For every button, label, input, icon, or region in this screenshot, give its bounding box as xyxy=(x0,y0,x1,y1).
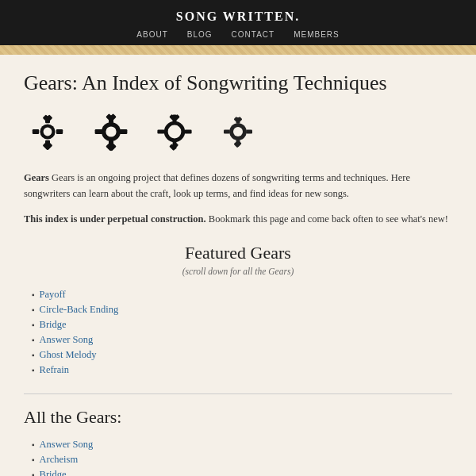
main-content: Gears: An Index of Songwriting Technique… xyxy=(0,55,476,476)
svg-rect-5 xyxy=(56,129,63,134)
svg-rect-14 xyxy=(95,129,103,134)
list-item: Bridge xyxy=(32,467,452,476)
list-item: Payoff xyxy=(32,287,452,302)
gears-bold: Gears xyxy=(24,172,49,183)
gear-image-3 xyxy=(151,108,198,155)
svg-rect-24 xyxy=(157,130,164,134)
svg-rect-15 xyxy=(120,129,128,134)
nav-contact[interactable]: CONTACT xyxy=(232,30,275,39)
list-item: Answer Song xyxy=(32,332,452,347)
site-header: SONG WRITTEN. ABOUT BLOG CONTACT MEMBERS xyxy=(0,0,476,45)
list-item: Archeism xyxy=(32,452,452,467)
gear-image-1 xyxy=(24,108,71,155)
gear-image-2 xyxy=(87,108,135,155)
list-item: Refrain xyxy=(32,363,452,378)
svg-point-11 xyxy=(106,127,116,137)
site-title: SONG WRITTEN. xyxy=(0,10,476,24)
svg-rect-25 xyxy=(185,130,192,134)
featured-title: Featured Gears xyxy=(24,243,452,263)
featured-section: Featured Gears (scroll down for all the … xyxy=(24,243,452,276)
all-gears-list: Answer Song Archeism Bridge Chorus Circl… xyxy=(24,437,452,476)
featured-list: Payoff Circle-Back Ending Bridge Answer … xyxy=(24,287,452,378)
list-item: Ghost Melody xyxy=(32,347,452,363)
all-link-bridge[interactable]: Bridge xyxy=(40,469,67,476)
description-text: Gears Gears is an ongoing project that d… xyxy=(24,170,452,202)
notice-bold: This index is under perpetual constructi… xyxy=(24,213,206,225)
notice-text: This index is under perpetual constructi… xyxy=(24,211,452,227)
svg-point-1 xyxy=(44,128,52,136)
site-nav: ABOUT BLOG CONTACT MEMBERS xyxy=(0,30,476,39)
gear-image-4 xyxy=(214,108,262,155)
nav-blog[interactable]: BLOG xyxy=(187,30,213,39)
section-divider xyxy=(24,393,452,394)
featured-link-refrain[interactable]: Refrain xyxy=(40,364,69,376)
nav-about[interactable]: ABOUT xyxy=(136,30,167,39)
featured-link-circle-back[interactable]: Circle-Back Ending xyxy=(40,304,119,316)
svg-rect-4 xyxy=(33,129,39,134)
list-item: Circle-Back Ending xyxy=(32,302,452,317)
featured-link-answer-song[interactable]: Answer Song xyxy=(40,334,94,346)
svg-rect-34 xyxy=(224,130,230,134)
list-item: Answer Song xyxy=(32,437,452,452)
gears-image-row xyxy=(24,108,452,155)
svg-rect-35 xyxy=(246,130,252,134)
featured-link-bridge[interactable]: Bridge xyxy=(40,319,67,331)
svg-point-31 xyxy=(233,127,243,136)
nav-members[interactable]: MEMBERS xyxy=(294,30,340,39)
list-item: Bridge xyxy=(32,317,452,332)
all-link-archeism[interactable]: Archeism xyxy=(40,454,79,466)
featured-subtitle: (scroll down for all the Gears) xyxy=(24,267,452,276)
svg-point-21 xyxy=(168,125,182,139)
all-gears-title: All the Gears: xyxy=(24,407,452,428)
decorative-bar xyxy=(0,45,476,55)
all-link-answer-song[interactable]: Answer Song xyxy=(40,439,94,451)
description-body: Gears is an ongoing project that defines… xyxy=(24,172,410,199)
page-title: Gears: An Index of Songwriting Technique… xyxy=(24,71,452,95)
featured-link-ghost-melody[interactable]: Ghost Melody xyxy=(40,349,97,361)
featured-link-payoff[interactable]: Payoff xyxy=(40,289,66,301)
